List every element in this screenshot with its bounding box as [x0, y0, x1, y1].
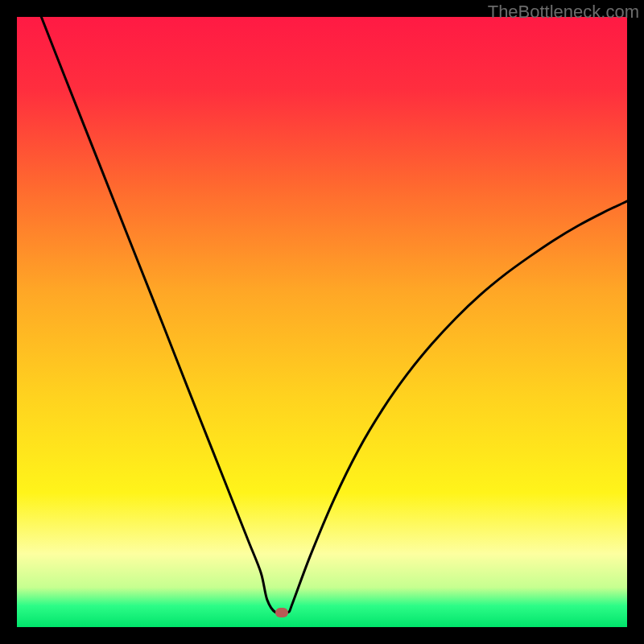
bottleneck-chart: [17, 17, 627, 627]
gradient-background: [17, 17, 627, 627]
optimum-marker: [275, 608, 288, 617]
watermark-text: TheBottleneck.com: [488, 2, 639, 23]
chart-frame: [17, 17, 627, 627]
